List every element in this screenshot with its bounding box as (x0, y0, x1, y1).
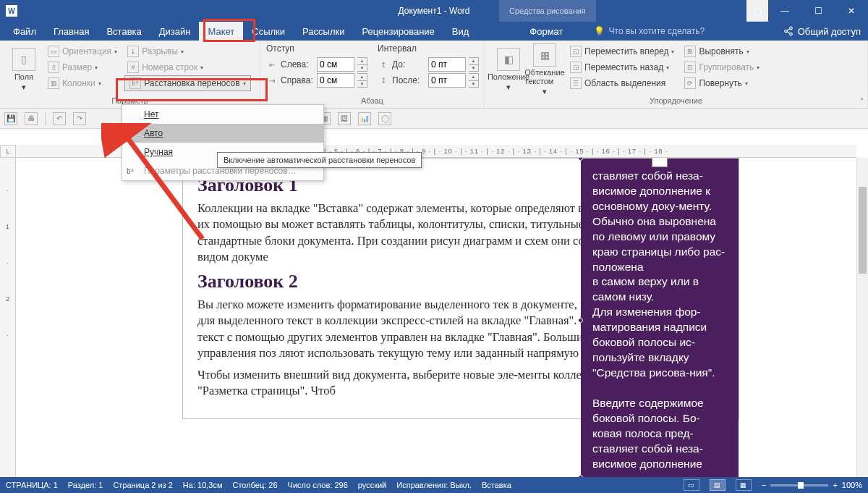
share-button[interactable]: Общий доступ (783, 26, 861, 37)
tab-insert[interactable]: Вставка (98, 22, 150, 41)
collapse-ribbon-icon[interactable]: ˄ (860, 97, 864, 105)
print-preview-icon[interactable]: 🖶 (25, 112, 38, 125)
columns-button[interactable]: ▥Колонки▾ (45, 75, 120, 91)
redo-icon[interactable]: ↷ (73, 112, 86, 125)
status-language[interactable]: русский (358, 481, 386, 489)
status-section[interactable]: Раздел: 1 (68, 481, 103, 489)
wrap-text-icon: ▦ (533, 43, 556, 67)
tab-design[interactable]: Дизайн (150, 22, 200, 41)
position-icon: ◧ (497, 48, 520, 71)
hyphenation-button[interactable]: bᵃРасстановка переносов▾ (124, 75, 251, 91)
indent-left-icon: ⇤ (266, 59, 278, 70)
vertical-scrollbar[interactable] (856, 158, 868, 477)
selection-pane-icon: ☰ (570, 77, 582, 89)
status-mode[interactable]: Вставка (482, 481, 511, 489)
view-read-mode[interactable]: ▭ (684, 479, 699, 491)
picture-icon[interactable]: 🖼 (338, 112, 351, 125)
orientation-button[interactable]: ▭Ориентация▾ (45, 43, 120, 59)
spacing-before-icon: ↥ (378, 59, 389, 70)
position-button[interactable]: ◧Положение▾ (490, 43, 527, 96)
status-word-count[interactable]: Число слов: 296 (288, 481, 348, 489)
tab-file[interactable]: Файл (4, 22, 45, 41)
status-position[interactable]: На: 10,3см (183, 481, 223, 489)
orientation-icon: ▭ (48, 46, 59, 57)
svg-point-2 (789, 33, 792, 35)
ribbon: ▯Поля▾ ▭Ориентация▾ ▯Размер▾ ▥Колонки▾ ⤓… (0, 41, 868, 109)
view-web-layout[interactable]: ▦ (736, 479, 752, 491)
status-track-changes[interactable]: Исправления: Выкл. (396, 481, 472, 489)
line-numbers-button[interactable]: #Номера строк▾ (124, 59, 251, 75)
zoom-control[interactable]: − + 100% (762, 481, 862, 489)
checkmark-icon: ✓ (128, 129, 135, 138)
undo-icon[interactable]: ↶ (53, 112, 66, 125)
status-column[interactable]: Столбец: 26 (233, 481, 278, 489)
tab-review[interactable]: Рецензирование (353, 22, 443, 41)
tell-me-search[interactable]: 💡Что вы хотите сделать? (594, 26, 705, 36)
save-icon[interactable]: 💾 (4, 112, 17, 125)
hyphenation-none[interactable]: Нет (122, 105, 323, 124)
indent-left-input[interactable] (317, 57, 354, 72)
scrollbar-thumb[interactable] (859, 187, 867, 274)
size-button[interactable]: ▯Размер▾ (45, 59, 120, 75)
tab-view[interactable]: Вид (443, 22, 478, 41)
align-icon: ⊞ (684, 46, 696, 57)
spacing-before-spinner[interactable]: ↥До:▲▼ (378, 56, 479, 72)
selection-pane-button[interactable]: ☰Область выделения (567, 75, 677, 91)
send-backward-button[interactable]: ◲Переместить назад▾ (567, 59, 677, 75)
minimize-button[interactable]: ― (768, 0, 801, 22)
bring-forward-button[interactable]: ◱Переместить вперед▾ (567, 43, 677, 59)
svg-point-1 (784, 30, 787, 33)
rotate-button[interactable]: ⟳Повернуть▾ (681, 75, 762, 91)
breaks-icon: ⤓ (127, 46, 139, 57)
group-label-arrange: Упорядочение (490, 96, 861, 108)
spacing-after-input[interactable] (428, 73, 466, 88)
tab-mailings[interactable]: Рассылки (294, 22, 353, 41)
status-page[interactable]: СТРАНИЦА: 1 (6, 481, 58, 489)
indent-right-input[interactable] (317, 73, 354, 88)
view-print-layout[interactable]: ▤ (710, 479, 726, 491)
lightbulb-icon: 💡 (594, 26, 605, 36)
group-button[interactable]: ⊡Группировать▾ (681, 59, 762, 75)
zoom-in-button[interactable]: + (833, 481, 837, 489)
document-area[interactable]: Заголовок 1 Коллекции на вкладке "Вставк… (16, 158, 856, 477)
indent-left-spinner[interactable]: ⇤Слева:▲▼ (266, 56, 367, 72)
sidebar-text-box[interactable]: ставляет собой неза-висимое дополнение к… (581, 159, 739, 477)
tab-home[interactable]: Главная (45, 22, 98, 41)
hyphenation-icon: bᵃ (129, 77, 141, 89)
spacing-after-spinner[interactable]: ↧После:▲▼ (378, 72, 479, 88)
ruler-corner: L (0, 145, 16, 158)
title-bar: W Документ1 - Word Средства рисования ▢ … (0, 0, 868, 22)
indent-right-icon: ⇥ (266, 75, 278, 86)
indent-heading: Отступ (266, 43, 367, 56)
rotate-icon: ⟳ (684, 77, 696, 89)
hyphenation-auto[interactable]: ✓Авто (122, 124, 323, 143)
vertical-ruler[interactable]: ·1·2· (0, 158, 16, 477)
chart-icon[interactable]: 📊 (358, 112, 371, 125)
wrap-text-button[interactable]: ▦Обтекание текстом▾ (527, 43, 563, 96)
zoom-level[interactable]: 100% (842, 481, 862, 489)
hyphenation-options-icon: bᵃ (127, 167, 134, 175)
line-numbers-icon: # (127, 62, 139, 73)
resize-handle-icon[interactable] (652, 158, 668, 167)
hyphenation-dropdown: Нет ✓Авто Ручная bᵃПараметры расстановки… (122, 104, 324, 181)
status-pages[interactable]: Страница 2 из 2 (113, 481, 172, 489)
svg-point-0 (789, 27, 792, 30)
spacing-before-input[interactable] (428, 57, 466, 72)
breaks-button[interactable]: ⤓Разрывы▾ (124, 43, 251, 59)
document-page: Заголовок 1 Коллекции на вкладке "Вставк… (182, 158, 739, 419)
shapes-icon[interactable]: ◯ (378, 112, 391, 125)
share-icon (783, 26, 793, 36)
tab-format[interactable]: Формат (521, 22, 571, 41)
close-button[interactable]: ✕ (835, 0, 868, 22)
tab-layout[interactable]: Макет (199, 22, 243, 41)
indent-right-spinner[interactable]: ⇥Справа:▲▼ (266, 72, 367, 88)
maximize-button[interactable]: ☐ (801, 0, 835, 22)
zoom-slider[interactable] (770, 484, 828, 486)
margins-button[interactable]: ▯Поля▾ (6, 43, 42, 96)
columns-icon: ▥ (48, 77, 59, 89)
size-icon: ▯ (48, 62, 59, 73)
tab-references[interactable]: Ссылки (243, 22, 294, 41)
align-button[interactable]: ⊞Выровнять▾ (681, 43, 762, 59)
zoom-out-button[interactable]: − (762, 481, 766, 489)
ribbon-display-options-icon[interactable]: ▢ (746, 0, 768, 22)
